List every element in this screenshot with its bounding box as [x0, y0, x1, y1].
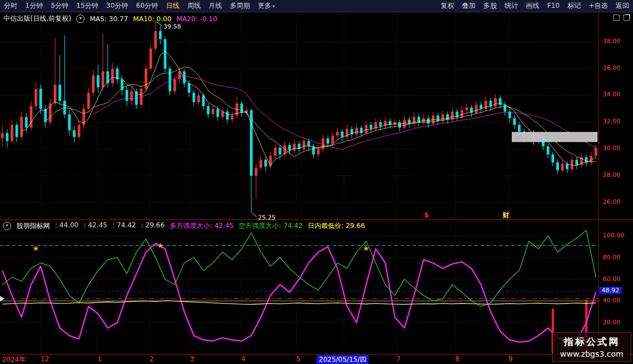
price-tick-label: 38.00: [603, 38, 621, 45]
watermark-title: 指标公式网: [560, 335, 623, 348]
menu-item-1分钟[interactable]: 1分钟: [21, 0, 47, 12]
timeline-label[interactable]: 2024年: [2, 355, 26, 364]
menu-item-标记[interactable]: 标记: [564, 0, 585, 12]
menu-item-F10[interactable]: F10: [543, 0, 564, 12]
timeline-label[interactable]: 5: [296, 355, 301, 363]
time-axis[interactable]: 2024年12123452025/05/15/四789: [0, 354, 633, 364]
timeline-label[interactable]: 3: [190, 355, 194, 363]
watermark: 指标公式网 www.zbgs3.com: [552, 332, 631, 362]
top-menu-bar: 分时1分钟5分钟15分钟30分钟60分钟日线周线月线多周期更多▾ 复权叠加多股统…: [0, 0, 633, 12]
timeline-label[interactable]: 8: [455, 355, 459, 363]
menu-item-复权[interactable]: 复权: [437, 0, 458, 12]
signal-star-icon[interactable]: ★: [32, 244, 39, 253]
menu-item-多周期[interactable]: 多周期: [226, 0, 254, 12]
ma10-line: [45, 67, 596, 162]
signal-star-icon[interactable]: ★: [363, 244, 370, 253]
indicator-tick-label: 80.00: [603, 254, 621, 261]
panel-window-icons: [613, 15, 630, 21]
main-price-axis: 38.0036.0034.0032.0030.0028.0026.00: [598, 12, 633, 220]
timeline-label[interactable]: 4: [241, 355, 246, 363]
indicator-tick-label: 20.00: [603, 319, 621, 326]
event-marker[interactable]: $: [424, 211, 429, 219]
chevron-down-icon: ▾: [272, 3, 275, 9]
menu-item-画线[interactable]: 画线: [522, 0, 543, 12]
high-price-label: 39.58: [164, 23, 181, 30]
menu-item-周线[interactable]: 周线: [183, 0, 204, 12]
timeline-label[interactable]: 1: [97, 355, 102, 363]
candlestick-chart[interactable]: 39.5825.25$财: [0, 12, 598, 220]
menu-item-分时[interactable]: 分时: [0, 0, 21, 12]
price-tick-label: 28.00: [603, 171, 621, 179]
restore-panel-icon[interactable]: [613, 15, 620, 21]
menu-item-多股[interactable]: 多股: [480, 0, 501, 12]
indicator-tick-label: 60.00: [603, 276, 621, 283]
timeline-label[interactable]: 2025/05/15/四: [316, 355, 369, 364]
app-window: 分时1分钟5分钟15分钟30分钟60分钟日线周线月线多周期更多▾ 复权叠加多股统…: [0, 0, 633, 364]
timeline-label[interactable]: 9: [508, 355, 513, 363]
menu-left: 分时1分钟5分钟15分钟30分钟60分钟日线周线月线多周期更多▾: [0, 0, 279, 12]
timeline-label[interactable]: 2: [150, 355, 154, 363]
series-空方强度: [2, 230, 595, 306]
timeline-label[interactable]: 12: [40, 355, 49, 363]
price-tick-label: 36.00: [603, 64, 621, 72]
maximize-panel-icon[interactable]: [623, 15, 630, 21]
series-日内最低价: [2, 301, 595, 305]
indicator-chart[interactable]: ★★★: [0, 220, 598, 354]
candlestick-layer: [1, 21, 597, 213]
current-value-badge: 48.92: [599, 287, 622, 294]
indicator-panel: ★★★ ▾ 股朋指标网 : 44.00: 42.45: 74.42: 29.66…: [0, 220, 598, 354]
indicator-tick-label: 40.00: [603, 297, 621, 304]
menu-item-月线[interactable]: 月线: [204, 0, 226, 12]
menu-right: 复权叠加多股统计画线F10标记+自选返回: [437, 0, 633, 12]
menu-item-30分钟[interactable]: 30分钟: [103, 0, 132, 12]
menu-item-+自选[interactable]: +自选: [585, 0, 612, 12]
menu-item-日线[interactable]: 日线: [162, 0, 183, 12]
price-tick-label: 30.00: [603, 144, 621, 152]
menu-item-更多[interactable]: 更多▾: [254, 0, 279, 12]
price-tick-label: 26.00: [603, 198, 621, 206]
price-tick-label: 34.00: [603, 91, 621, 98]
indicator-tick-label: 100.00: [603, 232, 625, 239]
highlight-box[interactable]: [512, 132, 597, 142]
event-marker[interactable]: 财: [502, 211, 509, 219]
watermark-url: www.zbgs3.com: [560, 349, 623, 358]
menu-item-统计[interactable]: 统计: [501, 0, 522, 12]
menu-item-60分钟[interactable]: 60分钟: [132, 0, 162, 12]
menu-item-5分钟[interactable]: 5分钟: [47, 0, 73, 12]
series-多方强度: [2, 244, 595, 342]
menu-item-15分钟[interactable]: 15分钟: [72, 0, 102, 12]
menu-item-叠加[interactable]: 叠加: [458, 0, 480, 12]
signal-star-icon[interactable]: ★: [157, 241, 164, 250]
timeline-label[interactable]: 7: [396, 355, 401, 363]
main-chart-panel: 39.5825.25$财 中信出版(日线,前复权) ▾ MA5: 30.77 M…: [0, 12, 598, 220]
menu-item-返回[interactable]: 返回: [612, 0, 633, 12]
indicator-collapse-icon[interactable]: ▾: [3, 222, 11, 230]
price-tick-label: 32.00: [603, 118, 621, 125]
